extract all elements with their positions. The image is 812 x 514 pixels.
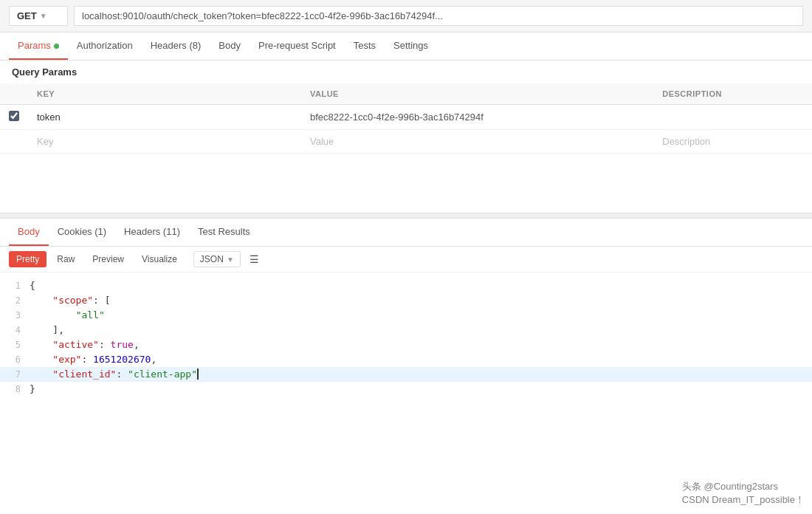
request-tabs: Params Authorization Headers (8) Body Pr… bbox=[0, 32, 812, 61]
section-separator bbox=[0, 213, 812, 219]
format-btn-raw[interactable]: Raw bbox=[49, 251, 82, 267]
response-tab-cookies[interactable]: Cookies (1) bbox=[49, 219, 115, 246]
placeholder-key: Key bbox=[37, 136, 53, 147]
tab-settings-label: Settings bbox=[393, 40, 428, 51]
line-number-5: 5 bbox=[0, 337, 30, 352]
params-table: KEY VALUE DESCRIPTION token bfec8222-1cc… bbox=[0, 83, 812, 154]
tab-body[interactable]: Body bbox=[210, 32, 250, 60]
code-line-1: 1 { bbox=[0, 278, 812, 293]
line-content-3: "all" bbox=[30, 308, 812, 323]
query-params-section: Query Params KEY VALUE DESCRIPTION token… bbox=[0, 61, 812, 154]
response-tab-cookies-label: Cookies (1) bbox=[58, 226, 106, 237]
url-bar: GET ▼ bbox=[0, 0, 812, 32]
method-label: GET bbox=[17, 10, 37, 21]
value-col-header: VALUE bbox=[301, 83, 653, 105]
method-selector[interactable]: GET ▼ bbox=[9, 6, 68, 26]
response-tab-headers[interactable]: Headers (11) bbox=[115, 219, 189, 246]
tab-authorization[interactable]: Authorization bbox=[68, 32, 142, 60]
code-line-2: 2 "scope": [ bbox=[0, 293, 812, 308]
code-area: 1 { 2 "scope": [ 3 "all" 4 ], 5 "active"… bbox=[0, 273, 812, 402]
line-number-1: 1 bbox=[0, 278, 30, 293]
tab-prerequest-label: Pre-request Script bbox=[258, 40, 336, 51]
desc-col-header: DESCRIPTION bbox=[653, 83, 812, 105]
line-number-6: 6 bbox=[0, 352, 30, 367]
response-tab-testresults-label: Test Results bbox=[198, 226, 250, 237]
code-line-3: 3 "all" bbox=[0, 308, 812, 323]
line-number-3: 3 bbox=[0, 308, 30, 323]
table-row: token bfec8222-1cc0-4f2e-996b-3ac16b7429… bbox=[0, 105, 812, 130]
row-checkbox[interactable] bbox=[9, 111, 19, 121]
tab-tests-label: Tests bbox=[354, 40, 376, 51]
placeholder-key-cell: Key bbox=[28, 130, 301, 154]
code-line-7: 7 "client_id": "client-app" bbox=[0, 367, 812, 382]
row-checkbox-cell bbox=[0, 105, 28, 130]
empty-space bbox=[0, 154, 812, 213]
code-line-5: 5 "active": true, bbox=[0, 337, 812, 352]
method-chevron-icon: ▼ bbox=[40, 12, 47, 20]
code-line-6: 6 "exp": 1651202670, bbox=[0, 352, 812, 367]
line-number-8: 8 bbox=[0, 382, 30, 397]
tab-headers[interactable]: Headers (8) bbox=[142, 32, 210, 60]
row-desc-cell bbox=[653, 105, 812, 130]
format-bar: Pretty Raw Preview Visualize JSON ▼ ☰ bbox=[0, 247, 812, 273]
line-number-4: 4 bbox=[0, 323, 30, 337]
tab-params[interactable]: Params bbox=[9, 32, 68, 60]
line-content-7: "client_id": "client-app" bbox=[30, 367, 812, 382]
row-key-cell: token bbox=[28, 105, 301, 130]
response-tab-body[interactable]: Body bbox=[9, 219, 49, 246]
response-tab-body-label: Body bbox=[18, 226, 40, 237]
placeholder-value: Value bbox=[310, 136, 334, 147]
line-content-1: { bbox=[30, 278, 812, 293]
key-col-header: KEY bbox=[28, 83, 301, 105]
placeholder-desc: Description bbox=[662, 136, 710, 147]
row-key: token bbox=[37, 112, 61, 123]
line-content-5: "active": true, bbox=[30, 337, 812, 352]
response-tabs: Body Cookies (1) Headers (11) Test Resul… bbox=[0, 219, 812, 247]
placeholder-row: Key Value Description bbox=[0, 130, 812, 154]
row-value: bfec8222-1cc0-4f2e-996b-3ac16b74294f bbox=[310, 112, 484, 123]
json-format-selector[interactable]: JSON ▼ bbox=[193, 251, 241, 267]
json-chevron-icon: ▼ bbox=[227, 256, 234, 264]
response-tab-headers-label: Headers (11) bbox=[124, 226, 180, 237]
format-btn-pretty[interactable]: Pretty bbox=[9, 251, 47, 267]
line-content-6: "exp": 1651202670, bbox=[30, 352, 812, 367]
line-number-2: 2 bbox=[0, 293, 30, 308]
line-content-4: ], bbox=[30, 323, 812, 337]
response-tab-testresults[interactable]: Test Results bbox=[189, 219, 259, 246]
code-line-8: 8 } bbox=[0, 382, 812, 397]
line-number-7: 7 bbox=[0, 367, 30, 382]
placeholder-checkbox-cell bbox=[0, 130, 28, 154]
tab-body-label: Body bbox=[219, 40, 241, 51]
line-content-8: } bbox=[30, 382, 812, 397]
line-content-2: "scope": [ bbox=[30, 293, 812, 308]
placeholder-desc-cell: Description bbox=[653, 130, 812, 154]
placeholder-value-cell: Value bbox=[301, 130, 653, 154]
code-line-4: 4 ], bbox=[0, 323, 812, 337]
row-value-cell: bfec8222-1cc0-4f2e-996b-3ac16b74294f bbox=[301, 105, 653, 130]
url-input[interactable] bbox=[74, 6, 803, 26]
wrap-lines-icon[interactable]: ☰ bbox=[250, 253, 259, 265]
tab-authorization-label: Authorization bbox=[77, 40, 133, 51]
checkbox-col-header bbox=[0, 83, 28, 105]
json-format-label: JSON bbox=[200, 254, 224, 264]
tab-headers-label: Headers (8) bbox=[151, 40, 202, 51]
format-btn-visualize[interactable]: Visualize bbox=[134, 251, 185, 267]
tab-prerequest[interactable]: Pre-request Script bbox=[250, 32, 345, 60]
tab-params-label: Params bbox=[18, 40, 51, 51]
tab-tests[interactable]: Tests bbox=[345, 32, 385, 60]
format-btn-preview[interactable]: Preview bbox=[85, 251, 131, 267]
query-params-title: Query Params bbox=[0, 61, 812, 83]
tab-settings[interactable]: Settings bbox=[385, 32, 437, 60]
params-dot bbox=[54, 44, 59, 49]
